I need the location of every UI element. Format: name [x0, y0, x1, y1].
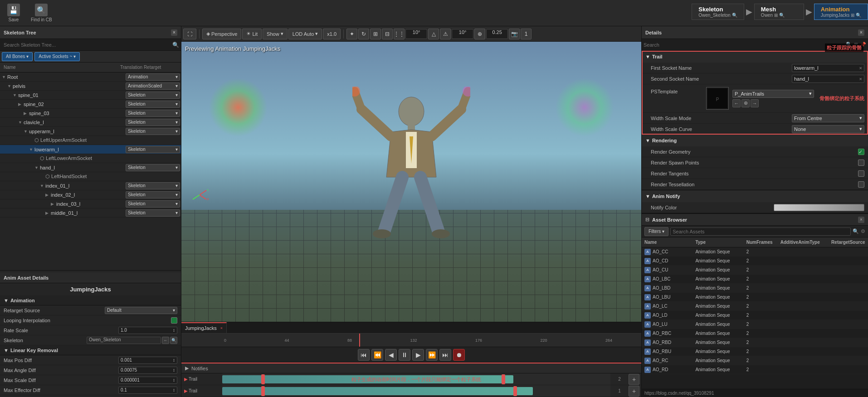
tree-item-left-upper-socket[interactable]: ▶ ⬡ LeftUpperArmSocket: [0, 136, 181, 145]
retarget-pelvis[interactable]: AnimationScaled▾: [126, 82, 180, 90]
vp-snap-icon[interactable]: ⋮⋮: [394, 29, 405, 39]
vp-perspective-btn[interactable]: ◈ Perspective: [202, 29, 241, 39]
skeleton-tree-close[interactable]: ×: [171, 29, 177, 36]
asset-row[interactable]: A AO_LU Animation Seque 2: [642, 320, 868, 329]
tab-close[interactable]: ×: [220, 326, 223, 330]
vp-num-input-1[interactable]: 10°: [405, 29, 427, 39]
tree-item-spine01[interactable]: ▼ spine_01 Skeleton▾: [0, 91, 181, 100]
breadcrumb-mesh[interactable]: Mesh Owen ⊞ 🔍: [754, 4, 804, 20]
tree-item-upperarm[interactable]: ▼ upperarm_l Skeleton▾: [0, 127, 181, 136]
anim-asset-details-header[interactable]: Anim Asset Details: [0, 272, 181, 283]
track-plus-1[interactable]: +: [629, 374, 639, 385]
retarget-index02[interactable]: Skeleton▾: [126, 191, 180, 198]
notify-color-swatch[interactable]: [774, 204, 864, 211]
second-socket-clear[interactable]: ×: [859, 76, 862, 82]
render-spawn-check[interactable]: [858, 160, 864, 166]
skeleton-search-btn[interactable]: 🔍: [170, 337, 177, 344]
first-socket-clear[interactable]: ×: [859, 65, 862, 71]
details-pin-icon[interactable]: 📌: [860, 42, 866, 48]
asset-row[interactable]: A AO_LD Animation Seque 2: [642, 311, 868, 320]
vp-lit-btn[interactable]: ☀ Lit: [242, 29, 262, 39]
vp-scale-icon[interactable]: ⊞: [370, 29, 381, 39]
animation-section-label[interactable]: ▼ Animation: [0, 295, 181, 305]
asset-row[interactable]: A AO_RBU Animation Seque 2: [642, 347, 868, 356]
vp-target-icon[interactable]: ⊕: [474, 29, 485, 39]
vp-lod-btn[interactable]: LOD Auto ▾: [288, 29, 322, 39]
track-expand-2[interactable]: ▶: [184, 388, 188, 393]
playhead[interactable]: [359, 334, 360, 347]
render-tangents-check[interactable]: [858, 170, 864, 177]
pstemplate-find-btn[interactable]: ⊕: [741, 99, 750, 107]
tree-item-pelvis[interactable]: ▼ pelvis AnimationScaled▾: [0, 82, 181, 91]
tree-item-clavicle[interactable]: ▼ clavicle_l Skeleton▾: [0, 118, 181, 127]
retarget-root[interactable]: Animation▾: [126, 73, 180, 81]
tl-goto-start[interactable]: ⏮: [358, 349, 370, 361]
tree-item-index02[interactable]: ▶ index_02_l Skeleton▾: [0, 190, 181, 199]
pstemplate-clear-btn[interactable]: →: [751, 99, 759, 107]
skeleton-tree-search-input[interactable]: [2, 41, 171, 48]
vp-scale-btn[interactable]: x1.0: [323, 29, 341, 39]
retarget-source-value[interactable]: Default ▾: [105, 307, 177, 314]
vp-rotate-icon[interactable]: ↻: [358, 29, 369, 39]
vp-camera-icon[interactable]: 📷: [509, 29, 520, 39]
max-scale-diff-input[interactable]: 0.000001 ↕: [118, 377, 177, 384]
retarget-middle01[interactable]: Skeleton▾: [126, 209, 180, 217]
tree-item-spine03[interactable]: ▶ spine_03 Skeleton▾: [0, 109, 181, 118]
max-angle-diff-input[interactable]: 0.00075 ↕: [118, 367, 177, 374]
tree-item-left-lower-socket[interactable]: ▶ ⬡ LeftLowerArmSocket: [0, 154, 181, 163]
anim-notify-header[interactable]: ▼ Anim Notify: [642, 190, 868, 202]
tree-item-index01[interactable]: ▼ index_01_l Skeleton▾: [0, 181, 181, 190]
retarget-index03[interactable]: Skeleton▾: [126, 200, 180, 208]
asset-search-input[interactable]: [670, 228, 851, 236]
asset-row[interactable]: A AO_LBC Animation Seque 2: [642, 275, 868, 284]
rendering-header[interactable]: ▼ Rendering: [642, 135, 868, 146]
asset-row[interactable]: A AO_LC Animation Seque 2: [642, 302, 868, 311]
asset-row[interactable]: A AO_RD Animation Seque 2: [642, 365, 868, 374]
tree-item-middle01[interactable]: ▶ middle_01_l Skeleton▾: [0, 208, 181, 218]
save-button[interactable]: 💾 Save: [4, 2, 24, 24]
find-in-cb-button[interactable]: 🔍 Find in CB: [27, 2, 56, 24]
skeleton-nav-btn[interactable]: ←: [162, 337, 169, 344]
asset-row[interactable]: A AO_LBU Animation Seque 2: [642, 293, 868, 302]
tl-goto-end[interactable]: ⏭: [439, 349, 451, 361]
tl-pause[interactable]: ⏸: [399, 349, 410, 361]
jumping-jacks-tab[interactable]: JumpingJacks ×: [181, 322, 227, 333]
rate-scale-input[interactable]: 1.0 ↕: [118, 327, 177, 334]
filter-all-bones[interactable]: All Bones ▾: [2, 52, 33, 61]
breadcrumb-animation[interactable]: Animation JumpingJacks ⊞ 🔍: [814, 4, 868, 20]
vp-num-input-2[interactable]: 10°: [452, 29, 473, 39]
vp-grid-icon[interactable]: ⊟: [382, 29, 393, 39]
asset-row[interactable]: A AO_CD Animation Seque 2: [642, 257, 868, 266]
asset-row[interactable]: A AO_LBD Animation Seque 2: [642, 284, 868, 293]
vp-show-btn[interactable]: Show ▾: [263, 29, 288, 39]
tl-play-reverse[interactable]: ◀: [385, 349, 397, 361]
tree-item-hand[interactable]: ▼ hand_l Skeleton▾: [0, 163, 181, 172]
asset-row[interactable]: A AO_RBC Animation Seque 2: [642, 329, 868, 338]
vp-move-icon[interactable]: ✦: [346, 29, 357, 39]
asset-browser-close[interactable]: ×: [858, 217, 864, 223]
retarget-spine01[interactable]: Skeleton▾: [126, 92, 180, 99]
retarget-hand[interactable]: Skeleton▾: [126, 164, 180, 171]
tl-play[interactable]: ▶: [412, 349, 424, 361]
retarget-spine03[interactable]: Skeleton▾: [126, 110, 180, 117]
track-expand-1[interactable]: ▶: [184, 377, 188, 382]
asset-filters-btn[interactable]: Filters ▾: [644, 227, 668, 236]
looping-interp-checkbox[interactable]: [171, 317, 177, 324]
first-socket-input[interactable]: lowerarm_l ×: [792, 64, 864, 72]
vp-expand-btn[interactable]: ⛶: [183, 29, 196, 39]
asset-settings-icon[interactable]: ⚙: [861, 228, 865, 234]
second-socket-input[interactable]: hand_l ×: [792, 75, 864, 83]
pstemplate-back-btn[interactable]: ←: [732, 99, 741, 107]
tree-item-lowerarm[interactable]: ▼ lowerarm_l Skeleton▾: [0, 145, 181, 154]
retarget-index01[interactable]: Skeleton▾: [126, 182, 180, 189]
track-timeline-1[interactable]: 粒子生成的动画时间片段，一个片段只能绑定一个粒子系统: [222, 373, 610, 385]
asset-row[interactable]: A AO_RC Animation Seque 2: [642, 356, 868, 365]
track-timeline-2[interactable]: [222, 385, 610, 397]
asset-row[interactable]: A AO_RBD Animation Seque 2: [642, 338, 868, 347]
linear-key-section[interactable]: ▼ Linear Key Removal: [0, 345, 181, 355]
breadcrumb-skeleton[interactable]: Skeleton Owen_Skeleton 🔍: [692, 4, 744, 20]
track-plus-2[interactable]: +: [629, 386, 639, 397]
details-search-input[interactable]: [644, 42, 844, 48]
tree-item-root[interactable]: ▼ Root Animation▾: [0, 73, 181, 82]
asset-row[interactable]: A AO_CC Animation Seque 2: [642, 247, 868, 257]
